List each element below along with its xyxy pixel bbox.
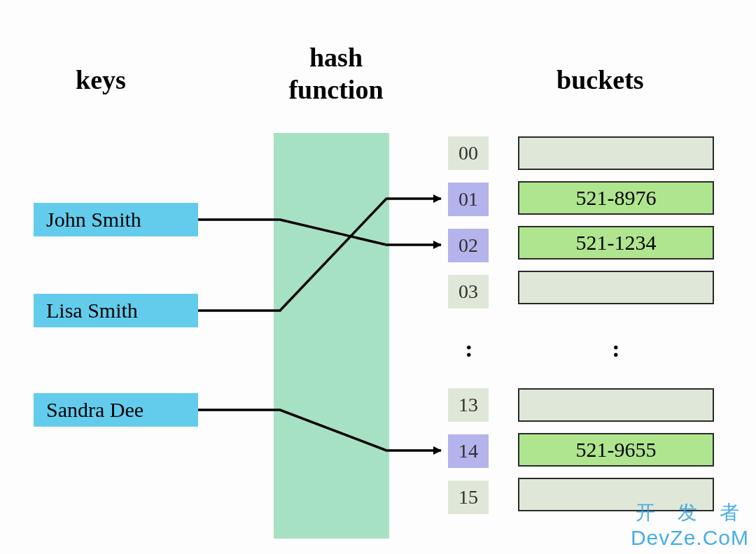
bucket-cell-03 — [518, 271, 714, 304]
heading-hash-function: hash function — [280, 42, 392, 106]
index-cell-01: 01 — [448, 183, 489, 216]
index-cell-13: 13 — [448, 388, 489, 422]
index-cell-14: 14 — [448, 434, 489, 468]
bucket-cell-02: 521-1234 — [518, 226, 714, 260]
index-cell-15: 15 — [448, 481, 489, 514]
watermark-en: DevZe.CoM — [631, 526, 749, 550]
heading-hash-line2: function — [288, 75, 383, 104]
index-cell-02: 02 — [448, 229, 489, 262]
heading-buckets: buckets — [556, 64, 644, 97]
bucket-cell-13 — [518, 388, 714, 422]
index-cell-03: 03 — [448, 275, 489, 308]
hash-function-box — [274, 133, 389, 539]
heading-keys: keys — [76, 64, 126, 97]
watermark-cn: 开 发 者 — [636, 499, 748, 526]
heading-hash-line1: hash — [309, 43, 363, 72]
bucket-cell-00 — [518, 136, 714, 170]
key-lisa-smith: Lisa Smith — [34, 294, 198, 327]
index-cell-00: 00 — [448, 136, 489, 170]
key-john-smith: John Smith — [34, 203, 198, 236]
index-ellipsis: : — [462, 336, 476, 362]
bucket-ellipsis: : — [609, 336, 623, 362]
bucket-cell-14: 521-9655 — [518, 433, 714, 467]
bucket-cell-01: 521-8976 — [518, 181, 714, 215]
hash-table-diagram: keys hash function buckets John Smith Li… — [0, 0, 756, 554]
key-sandra-dee: Sandra Dee — [34, 393, 198, 427]
